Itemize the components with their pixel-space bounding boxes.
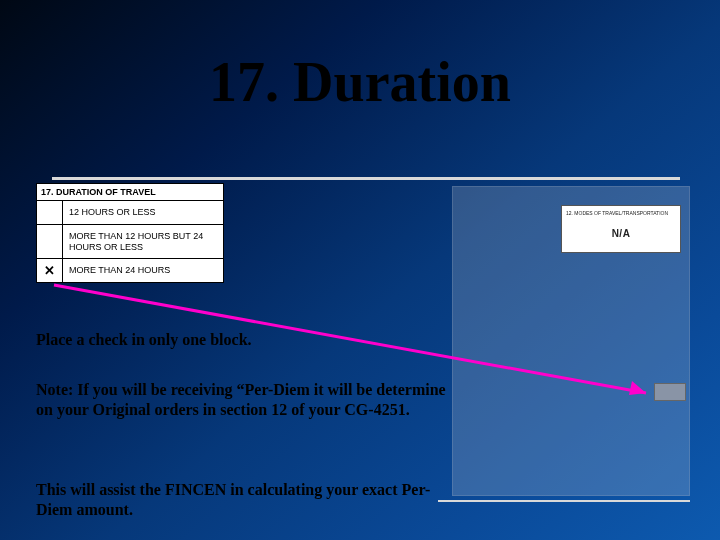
title-bar: 17. Duration [40,40,680,180]
mini-form: 12. MODES OF TRAVEL/TRANSPORTATION N/A [561,205,681,253]
mini-form-header: 12. MODES OF TRAVEL/TRANSPORTATION [566,210,676,216]
form-row: MORE THAN 12 HOURS BUT 24 HOURS OR LESS [37,224,223,259]
form-row: 12 HOURS OR LESS [37,200,223,224]
form-row: ✕ MORE THAN 24 HOURS [37,258,223,282]
body-paragraph-1: Place a check in only one block. [36,330,446,350]
form-header: 17. DURATION OF TRAVEL [37,184,223,200]
row-label: MORE THAN 12 HOURS BUT 24 HOURS OR LESS [63,225,223,259]
checkbox-checked: ✕ [37,259,63,282]
body-paragraph-3: This will assist the FINCEN in calculati… [36,480,446,521]
body-paragraph-2: Note: If you will be receiving “Per-Diem… [36,380,446,421]
mini-na: N/A [566,228,676,239]
checkbox [37,201,63,224]
duration-form: 17. DURATION OF TRAVEL 12 HOURS OR LESS … [36,183,224,283]
slide-title: 17. Duration [40,40,680,114]
checkbox [37,225,63,259]
title-underline [52,177,680,180]
reference-panel: 12. MODES OF TRAVEL/TRANSPORTATION N/A [452,186,690,496]
row-label: 12 HOURS OR LESS [63,201,223,224]
right-divider [438,500,690,502]
mini-highlight-box [654,383,686,401]
row-label: MORE THAN 24 HOURS [63,259,223,282]
